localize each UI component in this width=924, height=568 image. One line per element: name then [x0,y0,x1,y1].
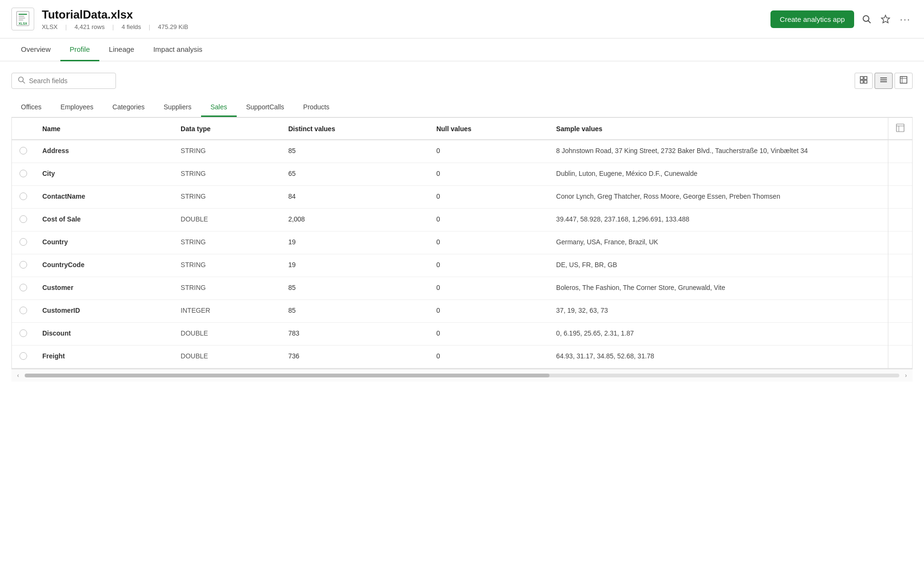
horizontal-scrollbar[interactable]: ‹ › [11,369,913,382]
sheet-tab-employees[interactable]: Employees [51,98,103,117]
row-select-4[interactable] [12,231,35,254]
row-select-3[interactable] [12,209,35,231]
row-expand-2 [888,186,913,209]
row-distinct-3: 2,008 [280,209,429,231]
row-data-type-1: STRING [173,163,280,186]
search-input[interactable] [29,77,110,85]
row-select-7[interactable] [12,300,35,323]
file-size: 475.29 KiB [158,23,188,30]
app-header: XLSX TutorialData.xlsx XLSX | 4,421 rows… [0,0,924,39]
row-expand-5 [888,254,913,277]
col-null-values[interactable]: Null values [429,118,549,140]
row-select-0[interactable] [12,140,35,163]
star-icon [881,14,890,24]
col-table-icon [888,118,913,140]
row-select-8[interactable] [12,323,35,346]
row-expand-4 [888,231,913,254]
row-select-9[interactable] [12,346,35,368]
row-select-1[interactable] [12,163,35,186]
table-detail-icon [900,76,907,84]
file-fields: 4 fields [122,23,141,30]
col-distinct-values[interactable]: Distinct values [280,118,429,140]
grid-view-button[interactable] [855,73,873,89]
row-name-4: Country [35,231,173,254]
more-options-button[interactable]: ··· [898,12,913,27]
row-distinct-2: 84 [280,186,429,209]
file-icon-label: XLSX [16,11,29,28]
row-distinct-4: 19 [280,231,429,254]
col-sample-values[interactable]: Sample values [549,118,888,140]
scroll-left-button[interactable]: ‹ [13,371,23,380]
row-sample-8: 0, 6.195, 25.65, 2.31, 1.87 [549,323,888,346]
row-name-0: Address [35,140,173,163]
row-checkbox-8[interactable] [19,329,27,337]
row-select-2[interactable] [12,186,35,209]
search-button[interactable] [860,12,873,26]
row-checkbox-4[interactable] [19,238,27,246]
search-box[interactable] [11,73,116,89]
row-checkbox-9[interactable] [19,352,27,360]
file-title: TutorialData.xlsx [42,8,770,21]
svg-rect-13 [860,80,863,83]
sheet-tab-offices[interactable]: Offices [11,98,51,117]
list-icon [880,76,887,84]
svg-marker-8 [882,15,890,23]
row-distinct-7: 85 [280,300,429,323]
row-null-2: 0 [429,186,549,209]
file-type: XLSX [42,23,58,30]
col-name[interactable]: Name [35,118,173,140]
row-sample-6: Boleros, The Fashion, The Corner Store, … [549,277,888,300]
scroll-right-button[interactable]: › [901,371,911,380]
row-checkbox-0[interactable] [19,147,27,154]
row-null-8: 0 [429,323,549,346]
row-sample-1: Dublin, Luton, Eugene, México D.F., Cune… [549,163,888,186]
tab-overview[interactable]: Overview [11,39,60,61]
row-checkbox-3[interactable] [19,215,27,223]
row-null-4: 0 [429,231,549,254]
row-checkbox-2[interactable] [19,193,27,200]
sheet-tab-sales[interactable]: Sales [201,98,237,117]
row-checkbox-7[interactable] [19,307,27,314]
row-null-0: 0 [429,140,549,163]
table-row: CustomerID INTEGER 85 0 37, 19, 32, 63, … [12,300,912,323]
row-checkbox-6[interactable] [19,284,27,291]
row-name-5: CountryCode [35,254,173,277]
col-data-type[interactable]: Data type [173,118,280,140]
data-table: Name Data type Distinct values Null valu… [12,118,912,368]
row-expand-7 [888,300,913,323]
ellipsis-icon: ··· [900,14,911,25]
scroll-track[interactable] [25,374,899,377]
row-name-2: ContactName [35,186,173,209]
star-button[interactable] [879,12,892,26]
list-view-button[interactable] [875,73,893,89]
sheet-tab-products[interactable]: Products [294,98,339,117]
svg-rect-12 [864,77,867,79]
data-table-wrapper: Name Data type Distinct values Null valu… [11,117,913,369]
separator3: | [149,23,150,30]
expand-icon [896,124,905,132]
row-name-6: Customer [35,277,173,300]
create-analytics-app-button[interactable]: Create analytics app [770,10,855,28]
tab-profile[interactable]: Profile [60,39,100,61]
detail-view-button[interactable] [895,73,913,89]
table-header-row: Name Data type Distinct values Null valu… [12,118,912,140]
row-select-6[interactable] [12,277,35,300]
row-sample-9: 64.93, 31.17, 34.85, 52.68, 31.78 [549,346,888,368]
row-name-7: CustomerID [35,300,173,323]
row-select-5[interactable] [12,254,35,277]
row-expand-8 [888,323,913,346]
svg-rect-1 [19,14,27,15]
sheet-tab-supportcalls[interactable]: SupportCalls [237,98,294,117]
tab-impact-analysis[interactable]: Impact analysis [144,39,212,61]
row-null-5: 0 [429,254,549,277]
tab-lineage[interactable]: Lineage [99,39,144,61]
row-checkbox-5[interactable] [19,261,27,269]
row-data-type-2: STRING [173,186,280,209]
sheet-tab-categories[interactable]: Categories [103,98,154,117]
row-data-type-9: DOUBLE [173,346,280,368]
row-checkbox-1[interactable] [19,170,27,177]
row-sample-4: Germany, USA, France, Brazil, UK [549,231,888,254]
sheet-tab-suppliers[interactable]: Suppliers [154,98,201,117]
svg-rect-4 [19,19,23,20]
table-row: Country STRING 19 0 Germany, USA, France… [12,231,912,254]
